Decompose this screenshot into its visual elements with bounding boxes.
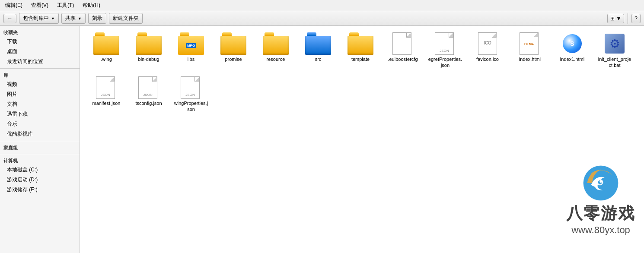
file-label: bin-debug	[138, 56, 159, 62]
sidebar-item-youku[interactable]: 优酷影视库	[0, 129, 80, 139]
file-item[interactable]: JSON egretProperties.json	[426, 30, 465, 71]
svg-point-4	[599, 180, 602, 183]
file-label: index1.html	[560, 56, 584, 62]
file-item[interactable]: JSON tsconfig.json	[129, 74, 168, 115]
generic-icon	[392, 32, 413, 55]
folder-icon	[263, 32, 289, 55]
sidebar-item-music[interactable]: 音乐	[0, 119, 80, 129]
file-item[interactable]: JSON manifest.json	[87, 74, 126, 115]
file-label: manifest.json	[92, 100, 121, 106]
burn-button[interactable]: 刻录	[88, 13, 106, 24]
main-area: 收藏夹 下载 桌面 最近访问的位置 库 视频 图片 文档 迅雷下载 音乐 优酷影…	[0, 26, 644, 253]
share-button[interactable]: 共享 ▼	[61, 13, 86, 24]
menu-tools[interactable]: 工具(T)	[55, 1, 76, 9]
file-item[interactable]: .euiboostercfg	[383, 30, 422, 71]
file-item[interactable]: resource	[256, 30, 295, 71]
share-label: 共享	[65, 15, 76, 22]
sidebar-header-favorites: 收藏夹	[0, 28, 80, 37]
file-label: favicon.ico	[476, 56, 499, 62]
include-library-button[interactable]: 包含到库中 ▼	[19, 13, 59, 24]
view-toggle-button[interactable]: ⊞ ▼	[607, 14, 624, 23]
help-button[interactable]: ?	[631, 14, 641, 23]
file-item[interactable]: ⚙ init_client_project.bat	[595, 30, 634, 71]
sidebar-section-computer: 计算机 本地磁盘 (C:) 游戏启动 (D:) 游戏储存 (E:)	[0, 156, 80, 195]
svg-point-3	[598, 180, 602, 184]
folder-icon	[93, 32, 119, 55]
menu-help[interactable]: 帮助(H)	[81, 1, 102, 9]
sidebar-item-drive-c[interactable]: 本地磁盘 (C:)	[0, 165, 80, 175]
sidebar-item-drive-e[interactable]: 游戏储存 (E:)	[0, 185, 80, 195]
file-label: src	[315, 56, 322, 62]
svg-point-2	[597, 179, 603, 185]
file-item[interactable]: template	[341, 30, 380, 71]
sidebar-section-favorites: 收藏夹 下载 桌面 最近访问的位置	[0, 28, 80, 66]
sidebar-header-computer: 计算机	[0, 156, 80, 165]
folder-icon	[348, 32, 373, 55]
folder-icon	[305, 32, 331, 55]
watermark-logo-svg	[581, 164, 620, 202]
ico-icon: ICO	[476, 32, 499, 55]
menu-edit[interactable]: 编辑(E)	[3, 1, 24, 9]
back-button[interactable]: ←	[3, 14, 16, 23]
file-label: template	[351, 56, 370, 62]
svg-point-0	[583, 166, 618, 201]
new-folder-button[interactable]: 新建文件夹	[109, 13, 143, 24]
sidebar-item-documents[interactable]: 文档	[0, 99, 80, 109]
sidebar-section-homegroup: 家庭组	[0, 143, 80, 152]
divider-3	[0, 154, 80, 154]
sidebar: 收藏夹 下载 桌面 最近访问的位置 库 视频 图片 文档 迅雷下载 音乐 优酷影…	[0, 26, 80, 253]
bat-icon: ⚙	[603, 32, 626, 55]
file-item[interactable]: JSON wingProperties.json	[172, 74, 210, 115]
toolbar-separator	[628, 13, 628, 24]
file-item[interactable]: promise	[214, 30, 253, 71]
file-content-area: .wing bin-debug MPG libs promise resourc…	[80, 26, 644, 253]
file-label: .wing	[101, 56, 112, 62]
include-chevron: ▼	[51, 16, 55, 21]
generic-icon: JSON	[181, 76, 201, 99]
file-item[interactable]: ICO favicon.ico	[468, 30, 507, 71]
sidebar-item-thunder[interactable]: 迅雷下载	[0, 109, 80, 119]
generic-icon: JSON	[96, 76, 117, 99]
sidebar-header-homegroup: 家庭组	[0, 143, 80, 152]
file-label: tsconfig.json	[135, 100, 162, 106]
svg-point-1	[583, 166, 618, 201]
sidebar-item-downloads[interactable]: 下载	[0, 37, 80, 47]
sidebar-item-video[interactable]: 视频	[0, 79, 80, 89]
file-label: .euiboostercfg	[388, 56, 418, 62]
file-label: wingProperties.json	[174, 100, 208, 113]
folder-icon: MPG	[178, 32, 204, 55]
file-item[interactable]: HTML index.html	[510, 30, 549, 71]
watermark-url-text: www.80yx.top	[571, 225, 630, 236]
file-label: resource	[267, 56, 285, 62]
file-label: index.html	[519, 56, 541, 62]
file-item[interactable]: .wing	[87, 30, 126, 71]
watermark: 八零游戏 www.80yx.top	[566, 164, 635, 236]
file-label: libs	[188, 56, 195, 62]
menu-view[interactable]: 查看(V)	[29, 1, 50, 9]
divider-2	[0, 141, 80, 141]
divider-1	[0, 68, 80, 69]
file-item[interactable]: src	[299, 30, 338, 71]
sidebar-item-pictures[interactable]: 图片	[0, 89, 80, 99]
file-grid: .wing bin-debug MPG libs promise resourc…	[87, 30, 637, 114]
file-item[interactable]: MPG libs	[172, 30, 210, 71]
sidebar-item-drive-d[interactable]: 游戏启动 (D:)	[0, 175, 80, 185]
folder-icon	[220, 32, 246, 55]
file-label: promise	[225, 56, 242, 62]
file-item[interactable]: bin-debug	[129, 30, 168, 71]
generic-icon: JSON	[435, 32, 456, 55]
watermark-chinese-text: 八零游戏	[566, 202, 635, 225]
s-icon: S	[561, 32, 583, 55]
include-label: 包含到库中	[23, 15, 49, 22]
file-item[interactable]: S index1.html	[553, 30, 592, 71]
sidebar-section-library: 库 视频 图片 文档 迅雷下载 音乐 优酷影视库	[0, 70, 80, 139]
html-icon: HTML	[520, 32, 540, 55]
menu-bar: 编辑(E) 查看(V) 工具(T) 帮助(H)	[0, 0, 644, 11]
file-label: init_client_project.bat	[597, 56, 632, 69]
sidebar-item-desktop[interactable]: 桌面	[0, 47, 80, 57]
folder-icon	[136, 32, 162, 55]
file-label: egretProperties.json	[428, 56, 462, 69]
share-chevron: ▼	[78, 16, 82, 21]
sidebar-item-recent[interactable]: 最近访问的位置	[0, 57, 80, 66]
generic-icon: JSON	[138, 76, 159, 99]
